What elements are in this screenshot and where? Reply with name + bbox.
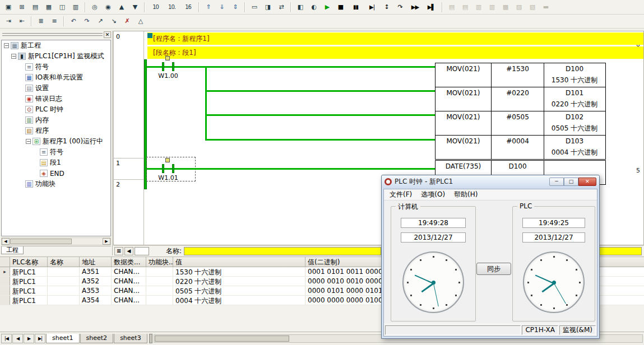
snap-grid-button[interactable]: ▬ bbox=[540, 2, 552, 13]
tab-sheet3[interactable]: sheet3 bbox=[114, 334, 147, 343]
expander-icon[interactable]: − bbox=[4, 43, 9, 48]
contact-label[interactable]: W1.00 bbox=[143, 72, 193, 80]
close-pane-icon[interactable]: ⊠ bbox=[114, 247, 123, 255]
transfer-button[interactable]: ⇄ bbox=[275, 2, 288, 13]
show-comment-list-button[interactable]: ≣ bbox=[35, 16, 47, 27]
row-selector[interactable] bbox=[0, 296, 10, 305]
dialog-titlebar[interactable]: PLC 时钟 - 新PLC1 ─ □ ✕ bbox=[382, 175, 599, 188]
tab-sheet1[interactable]: sheet1 bbox=[46, 334, 80, 343]
instruction-block-mov-4[interactable]: MOV(021) #0004 D103 0004 十六进制 bbox=[435, 135, 606, 160]
tree-item-project-root[interactable]: − ▦ 新工程 bbox=[2, 40, 110, 51]
upload-button[interactable]: ⇑ bbox=[202, 2, 215, 13]
column-header-plc-name[interactable]: PLC名称 bbox=[10, 257, 48, 267]
outdent-rung-button[interactable]: ⇤ bbox=[16, 16, 28, 27]
force-set-button[interactable]: ↗ bbox=[94, 16, 106, 27]
compare-button[interactable]: ⇕ bbox=[229, 2, 242, 13]
tree-item-plc-clock[interactable]: − ⊙ PLC 时钟 bbox=[2, 104, 110, 115]
scrollbar-thumb[interactable] bbox=[10, 239, 72, 244]
prev-sheet-button[interactable]: ◀ bbox=[12, 334, 23, 343]
force-reset-button[interactable]: ↘ bbox=[108, 16, 120, 27]
replace-button[interactable]: ◉ bbox=[102, 2, 114, 13]
contact-label[interactable]: W1.01 bbox=[143, 174, 193, 181]
tree-item-programs[interactable]: − ▧ 程序 bbox=[2, 125, 110, 136]
cross-reference-button[interactable]: ▦ bbox=[43, 2, 55, 13]
column-header-value[interactable]: 值 bbox=[173, 257, 305, 267]
back-arrow-icon[interactable]: ◀ bbox=[124, 247, 133, 255]
tree-item-io-table[interactable]: − ▦ IO表和单元设置 bbox=[2, 72, 110, 83]
row-height-button[interactable]: ▩ bbox=[499, 2, 512, 13]
simulator-button[interactable]: ◐ bbox=[308, 2, 320, 13]
symbol-table-button[interactable]: ◫ bbox=[56, 2, 68, 13]
monitor-decimal-button[interactable]: 10 bbox=[148, 2, 163, 13]
sim-continuous-step-button[interactable]: ▶▶ bbox=[407, 2, 423, 13]
find-button[interactable]: ◎ bbox=[89, 2, 101, 13]
online-edit-button[interactable]: ◧ bbox=[294, 2, 307, 13]
undo-button[interactable]: ↶ bbox=[67, 16, 80, 27]
column-header-data-type[interactable]: 数据类... bbox=[112, 257, 146, 267]
tree-item-program1[interactable]: − ⊞ 新程序1 (00)运行中 bbox=[2, 136, 110, 147]
tree-item-error-log[interactable]: − ◉ 错误日志 bbox=[2, 94, 110, 104]
monitor-signed-decimal-button[interactable]: 10. bbox=[164, 2, 179, 13]
drag-grip[interactable] bbox=[2, 33, 103, 36]
download-button[interactable]: ⇓ bbox=[216, 2, 228, 13]
tab-sheet2[interactable]: sheet2 bbox=[80, 334, 114, 343]
new-view-button[interactable]: ▣ bbox=[2, 2, 15, 13]
menu-options[interactable]: 选项(O) bbox=[416, 189, 450, 201]
row-selector[interactable]: ▸ bbox=[0, 267, 10, 276]
sim-scan-run-button[interactable]: ▶▌ bbox=[424, 2, 439, 13]
instruction-block-mov-2[interactable]: MOV(021) #0220 D101 0220 十六进制 bbox=[435, 87, 606, 111]
sync-button[interactable]: 同步 bbox=[476, 263, 511, 275]
monitor-mode-button[interactable]: ◨ bbox=[262, 2, 274, 13]
pane-splitter[interactable] bbox=[149, 334, 152, 343]
next-sheet-button[interactable]: ▶ bbox=[24, 334, 34, 343]
tree-item-memory[interactable]: − ▥ 内存 bbox=[2, 115, 110, 125]
tree-item-symbols[interactable]: − ≡ 符号 bbox=[2, 62, 110, 72]
tree-item-plc[interactable]: − ▮ 新PLC1[CP1H] 监视模式 bbox=[2, 51, 110, 62]
scroll-left-icon[interactable]: ◀ bbox=[2, 238, 10, 245]
close-icon[interactable]: ✕ bbox=[104, 31, 111, 38]
sim-step-into-button[interactable]: ↕ bbox=[381, 2, 393, 13]
delete-column-button[interactable]: ▥ bbox=[486, 2, 498, 13]
row-selector[interactable] bbox=[0, 286, 10, 295]
delete-row-button[interactable]: ▤ bbox=[459, 2, 471, 13]
tree-item-end[interactable]: − ◈ END bbox=[2, 168, 110, 179]
column-header-name[interactable]: 名称 bbox=[48, 257, 80, 267]
menu-file[interactable]: 文件(F) bbox=[385, 189, 416, 201]
tab-project[interactable]: 工程 bbox=[1, 246, 24, 254]
work-online-button[interactable]: ▭ bbox=[248, 2, 261, 13]
first-sheet-button[interactable]: |◀ bbox=[1, 334, 12, 343]
indent-rung-button[interactable]: ⇥ bbox=[2, 16, 15, 27]
insert-row-button[interactable]: ▤ bbox=[446, 2, 458, 13]
expander-icon[interactable]: − bbox=[26, 139, 31, 144]
search-up-button[interactable]: ▲ bbox=[115, 2, 128, 13]
column-width-button[interactable]: ▨ bbox=[513, 2, 525, 13]
tree-item-function-blocks[interactable]: − ▥ 功能块 bbox=[2, 179, 110, 189]
minimize-button[interactable]: ─ bbox=[549, 178, 564, 186]
menu-help[interactable]: 帮助(H) bbox=[450, 189, 482, 201]
sim-step-over-button[interactable]: ↷ bbox=[394, 2, 406, 13]
row-selector[interactable] bbox=[0, 277, 10, 286]
expander-icon[interactable]: − bbox=[11, 54, 16, 59]
last-sheet-button[interactable]: ▶| bbox=[35, 334, 45, 343]
insert-column-button[interactable]: ▥ bbox=[472, 2, 485, 13]
column-header-fb[interactable]: 功能块... bbox=[146, 257, 173, 267]
force-cancel-button[interactable]: ✗ bbox=[121, 16, 133, 27]
name-input[interactable] bbox=[184, 247, 381, 255]
sim-stop-button[interactable]: ■ bbox=[335, 2, 347, 13]
scroll-right-icon[interactable]: ▶ bbox=[103, 238, 110, 245]
toggle-output-window-button[interactable]: ⊞ bbox=[16, 2, 28, 13]
diagram-view-button[interactable]: ▥ bbox=[70, 2, 82, 13]
differential-monitor-button[interactable]: △ bbox=[135, 16, 147, 27]
redo-button[interactable]: ↷ bbox=[81, 16, 93, 27]
show-section-list-button[interactable]: ≡ bbox=[48, 16, 61, 27]
maximize-button[interactable]: □ bbox=[564, 178, 578, 186]
sim-pause-button[interactable]: ▮▮ bbox=[348, 2, 363, 13]
tree-item-settings[interactable]: − ▤ 设置 bbox=[2, 83, 110, 94]
tree-item-section1[interactable]: − ▤ 段1 bbox=[2, 157, 110, 168]
search-down-button[interactable]: ▼ bbox=[129, 2, 141, 13]
show-grid-button[interactable]: ▧ bbox=[526, 2, 539, 13]
monitor-hex-button[interactable]: 16 bbox=[180, 2, 196, 13]
toggle-watch-window-button[interactable]: ▤ bbox=[29, 2, 41, 13]
close-button[interactable]: ✕ bbox=[578, 178, 596, 186]
instruction-block-mov-1[interactable]: MOV(021) #1530 D100 1530 十六进制 bbox=[435, 63, 606, 87]
